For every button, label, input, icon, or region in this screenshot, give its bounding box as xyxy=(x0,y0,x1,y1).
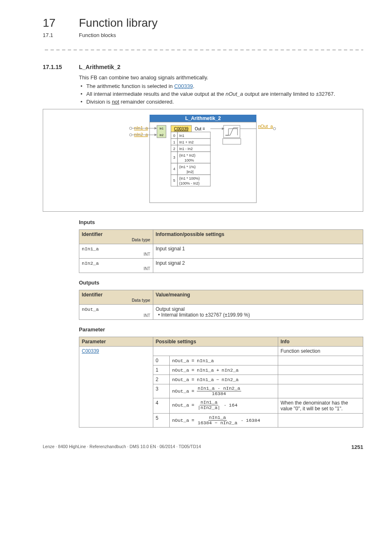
setting-formula-2: nOut_a = nIn1_a − nIn2_a xyxy=(172,377,239,382)
divider-dashed xyxy=(43,47,363,53)
inputs-th-identifier: Identifier xyxy=(82,231,103,237)
f4-dot: · xyxy=(224,402,226,408)
setting-num-0: 0 xyxy=(153,356,169,365)
setting-formula-5: nOut_a = nIn1_a 16384 − nIn2_a · 16384 xyxy=(172,415,260,426)
input-info-0: Input signal 1 xyxy=(153,244,363,259)
diagram-title: L_Arithmetik_2 xyxy=(185,116,221,121)
outputs-heading: Outputs xyxy=(79,280,363,286)
param-info-4: When the denominator has the value "0", … xyxy=(278,398,363,414)
bullet-3-pre: Division is xyxy=(86,99,112,105)
output-dt-0: INT xyxy=(144,313,150,318)
f0-nout: nOut_a xyxy=(172,358,189,363)
opt-2-text: In1 - In2 xyxy=(179,147,193,151)
link-c00339[interactable]: C00339 xyxy=(174,83,193,89)
f2-minus: − xyxy=(216,377,219,382)
setting-num-1: 1 xyxy=(153,365,169,375)
output-id-0: nOut_a xyxy=(82,307,99,312)
inputs-th-info: Information/possible settings xyxy=(153,230,363,244)
opt-2-num: 2 xyxy=(173,147,175,151)
f3-nout: nOut_a xyxy=(172,388,189,394)
svg-rect-32 xyxy=(223,139,241,144)
param-info-function-selection: Function selection xyxy=(278,347,363,356)
f3-in1: nIn1_a xyxy=(198,386,214,391)
svg-text:|In2|: |In2| xyxy=(187,170,194,174)
setting-formula-3: nOut_a = nIn1_a · nIn2_a 16384 xyxy=(172,386,241,396)
f4-den: |nIn2_a| xyxy=(197,405,221,410)
svg-text:(In1 * 100%): (In1 * 100%) xyxy=(179,176,200,180)
svg-point-2 xyxy=(129,127,132,130)
link-param-c00339[interactable]: C00339 xyxy=(82,348,99,354)
bullet-2-post: output are internally limited to ±32767. xyxy=(243,91,335,97)
param-table: Parameter Possible settings Info C00339 … xyxy=(79,337,363,428)
chapter-number: 17 xyxy=(43,16,79,30)
param-th-parameter: Parameter xyxy=(79,337,153,347)
output-line2: • Internal limitation to ±32767 (±199.99… xyxy=(156,312,360,318)
setting-num-3: 3 xyxy=(153,384,169,398)
param-th-settings: Possible settings xyxy=(153,337,278,347)
section-title-top: Function blocks xyxy=(79,32,116,38)
f5-minus: − xyxy=(214,420,217,426)
outputs-th-identifier: Identifier xyxy=(82,292,103,298)
svg-point-3 xyxy=(129,134,132,136)
setting-formula-0: nOut_a = nIn1_a xyxy=(172,358,214,363)
f2-in1: nIn1_a xyxy=(197,377,214,382)
setting-num-4: 4 xyxy=(153,398,169,414)
f2-in2: nIn2_a xyxy=(221,377,238,382)
setting-num-2: 2 xyxy=(153,375,169,384)
setting-formula-1: nOut_a = nIn1_a + nIn2_a xyxy=(172,368,239,373)
svg-text:(In1 * 1%): (In1 * 1%) xyxy=(179,165,196,169)
setting-num-5: 5 xyxy=(153,414,169,428)
inputs-th-datatype: Data type xyxy=(132,238,150,242)
bullet-2-pre: All internal intermediate results and th… xyxy=(86,91,226,97)
bullet-division: Division is not remainder considered. xyxy=(86,99,363,105)
input-id-0: nIn1_a xyxy=(82,246,99,252)
f2-nout: nOut_a xyxy=(172,377,189,382)
block-diagram: L_Arithmetik_2 nIn1_a nIn2_a In1 In2 C00… xyxy=(125,115,281,205)
f3-dot: · xyxy=(217,386,220,391)
svg-text:100%: 100% xyxy=(184,158,194,162)
param-heading: Parameter xyxy=(79,326,363,333)
input-dt-1: INT xyxy=(144,266,150,271)
f5-nout: nOut_a xyxy=(172,418,189,423)
f3-den: 16384 xyxy=(211,391,227,396)
footer-left: Lenze · 8400 HighLine · Referenzhandbuch… xyxy=(43,444,201,450)
bullet-1-pre: The arithmetic function is selected in xyxy=(86,83,174,89)
diagram-port-in2: In2 xyxy=(159,134,164,136)
bullet-3-underline: not xyxy=(112,99,119,105)
inputs-table: Identifier Data type Information/possibl… xyxy=(79,229,363,273)
opt-3-num: 3 xyxy=(173,155,175,160)
f5-d1: 16384 xyxy=(198,420,212,426)
svg-text:(100% - In2): (100% - In2) xyxy=(179,181,200,185)
diagram-out-label: nOut_a xyxy=(258,124,273,129)
diagram-in2-label: nIn2_a xyxy=(134,132,148,137)
bullet-2-ital: nOut_a xyxy=(226,91,243,97)
diagram-outlabel: Out = xyxy=(195,127,205,131)
f1-in1: nIn1_a xyxy=(197,368,214,373)
opt-1-num: 1 xyxy=(173,140,175,144)
bullet-1-post: . xyxy=(193,83,194,89)
f3-in2: nIn2_a xyxy=(223,386,240,391)
subsection-number: 17.1.15 xyxy=(43,64,79,70)
intro-text: This FB can combine two analog signals a… xyxy=(79,74,363,81)
inputs-heading: Inputs xyxy=(79,219,363,225)
f4-nout: nOut_a xyxy=(172,402,189,408)
page-number: 1251 xyxy=(351,444,363,450)
f5-c: 16384 xyxy=(246,418,261,423)
f1-nout: nOut_a xyxy=(172,368,189,373)
diagram-code: C00339 xyxy=(174,127,188,131)
bullet-arith-function: The arithmetic function is selected in C… xyxy=(86,83,363,89)
block-diagram-frame: L_Arithmetik_2 nIn1_a nIn2_a In1 In2 C00… xyxy=(43,109,363,212)
opt-4-num: 4 xyxy=(173,167,175,171)
svg-point-36 xyxy=(273,127,276,130)
chapter-title: Function library xyxy=(79,16,157,30)
outputs-th-value: Value/meaning xyxy=(153,290,363,305)
f5-dot: · xyxy=(241,418,244,423)
output-line1: Output signal xyxy=(156,306,360,312)
setting-formula-4: nOut_a = nIn1_a |nIn2_a| · 164 xyxy=(172,400,238,410)
opt-0-num: 0 xyxy=(173,134,175,138)
f4-c: 164 xyxy=(229,402,238,408)
f0-in1: nIn1_a xyxy=(197,358,214,363)
opt-0-text: In1 xyxy=(179,134,184,138)
section-number-top: 17.1 xyxy=(43,32,79,38)
input-dt-0: INT xyxy=(144,252,150,257)
